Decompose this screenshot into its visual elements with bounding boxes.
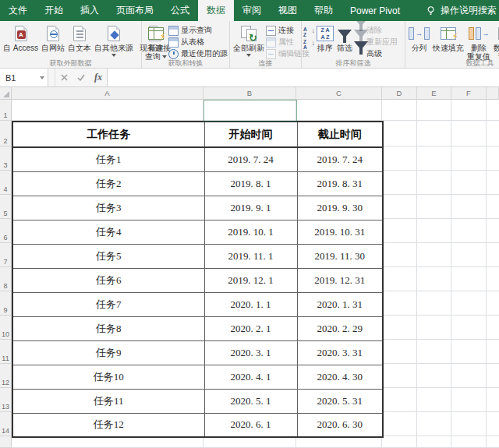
- cell[interactable]: [417, 412, 451, 436]
- column-header-d[interactable]: D: [382, 87, 417, 100]
- table-cell[interactable]: 2019. 11. 30: [297, 244, 383, 268]
- tab-page-layout[interactable]: 页面布局: [108, 0, 162, 21]
- row-header-14[interactable]: 14: [0, 412, 12, 436]
- table-cell[interactable]: 2019. 8. 31: [297, 171, 383, 196]
- cell[interactable]: [417, 171, 451, 195]
- tab-view[interactable]: 视图: [270, 0, 306, 21]
- cell[interactable]: [451, 436, 487, 448]
- filter-button[interactable]: 筛选: [335, 23, 354, 53]
- cell[interactable]: [451, 388, 487, 412]
- enter-button[interactable]: [73, 69, 90, 86]
- cell[interactable]: [487, 436, 499, 448]
- row-header-4[interactable]: 4: [0, 171, 12, 195]
- cell[interactable]: [451, 171, 487, 195]
- select-all-button[interactable]: [0, 87, 12, 100]
- header-task[interactable]: 工作任务: [12, 122, 204, 147]
- tab-data[interactable]: 数据: [198, 0, 234, 21]
- from-access-button[interactable]: A 自 Access: [2, 23, 40, 53]
- cell[interactable]: [487, 388, 499, 412]
- cell[interactable]: [417, 364, 451, 388]
- cell[interactable]: [487, 316, 499, 340]
- table-cell[interactable]: 2019. 7. 24: [204, 147, 297, 171]
- tell-me-search[interactable]: 操作说明搜索: [426, 0, 497, 21]
- table-cell[interactable]: 任务6: [12, 268, 204, 292]
- cell-b1-selected[interactable]: [203, 100, 296, 121]
- table-cell[interactable]: 任务7: [12, 292, 204, 316]
- cell[interactable]: [451, 243, 487, 267]
- from-web-button[interactable]: 自网站: [40, 23, 66, 53]
- cell[interactable]: [382, 412, 417, 436]
- recent-sources-button[interactable]: 最近使用的源: [168, 48, 228, 59]
- cell[interactable]: [382, 219, 417, 243]
- column-header-b[interactable]: B: [203, 87, 296, 100]
- cell[interactable]: [451, 195, 487, 219]
- tab-home[interactable]: 开始: [36, 0, 72, 21]
- table-cell[interactable]: 任务4: [12, 220, 204, 244]
- cell[interactable]: [203, 436, 296, 448]
- table-cell[interactable]: 2019. 7. 24: [297, 147, 383, 171]
- row-header-7[interactable]: 7: [0, 243, 12, 267]
- table-cell[interactable]: 任务11: [12, 389, 204, 413]
- cell[interactable]: [451, 121, 487, 146]
- table-cell[interactable]: 任务12: [12, 413, 204, 437]
- table-cell[interactable]: 任务2: [12, 171, 204, 196]
- remove-duplicates-button[interactable]: → 删除 重复值: [465, 23, 492, 62]
- column-header-f[interactable]: F: [451, 87, 487, 100]
- cell[interactable]: [417, 388, 451, 412]
- cell[interactable]: [382, 364, 417, 388]
- cell[interactable]: [382, 121, 417, 146]
- row-header-2[interactable]: 2: [0, 121, 12, 146]
- from-table-button[interactable]: 从表格: [168, 37, 228, 48]
- table-cell[interactable]: 2020. 6. 30: [297, 413, 383, 437]
- row-header-15[interactable]: [0, 436, 12, 448]
- cell[interactable]: [417, 267, 451, 291]
- cell[interactable]: [382, 291, 417, 316]
- row-header-1[interactable]: 1: [0, 100, 12, 121]
- cell[interactable]: [382, 100, 417, 121]
- table-cell[interactable]: 2020. 2. 29: [297, 316, 383, 340]
- tab-power-pivot[interactable]: Power Pivot: [342, 0, 409, 21]
- column-header-a[interactable]: A: [12, 87, 203, 100]
- tab-review[interactable]: 审阅: [234, 0, 270, 21]
- cell[interactable]: [451, 267, 487, 291]
- cell[interactable]: [417, 436, 451, 448]
- table-cell[interactable]: 任务5: [12, 244, 204, 268]
- table-cell[interactable]: 2020. 3. 1: [204, 340, 297, 365]
- insert-function-button[interactable]: fx: [90, 69, 107, 86]
- table-cell[interactable]: 任务9: [12, 340, 204, 365]
- advanced-filter-button[interactable]: 高级: [354, 48, 398, 59]
- column-header-c[interactable]: C: [296, 87, 382, 100]
- refresh-all-button[interactable]: ↻ 全部刷新: [232, 23, 266, 58]
- cell[interactable]: [487, 364, 499, 388]
- cell[interactable]: [12, 100, 203, 121]
- table-cell[interactable]: 任务10: [12, 365, 204, 389]
- cell[interactable]: [487, 146, 499, 171]
- table-cell[interactable]: 2020. 1. 1: [204, 292, 297, 316]
- cell[interactable]: [417, 146, 451, 171]
- cell[interactable]: [417, 291, 451, 316]
- cell[interactable]: [487, 243, 499, 267]
- flash-fill-button[interactable]: ⚡ 快速填充: [431, 23, 465, 53]
- table-cell[interactable]: 任务3: [12, 196, 204, 220]
- tab-file[interactable]: 文件: [0, 0, 36, 21]
- cell[interactable]: [382, 171, 417, 195]
- cell[interactable]: [382, 316, 417, 340]
- cell[interactable]: [382, 340, 417, 364]
- data-validation-button[interactable]: ✓ 数据验 证: [492, 23, 499, 62]
- cell[interactable]: [417, 340, 451, 364]
- table-cell[interactable]: 2019. 12. 31: [297, 268, 383, 292]
- new-query-button[interactable]: ⚡ 新建 查询: [143, 23, 168, 62]
- cell[interactable]: [487, 412, 499, 436]
- table-cell[interactable]: 2020. 3. 31: [297, 340, 383, 365]
- sort-descending-button[interactable]: ZA↓: [303, 39, 315, 51]
- name-box[interactable]: B1: [0, 69, 48, 86]
- row-header-5[interactable]: 5: [0, 195, 12, 219]
- table-cell[interactable]: 任务1: [12, 147, 204, 171]
- cell[interactable]: [417, 219, 451, 243]
- cell[interactable]: [417, 100, 451, 121]
- row-header-3[interactable]: 3: [0, 146, 12, 171]
- tab-insert[interactable]: 插入: [72, 0, 108, 21]
- cell[interactable]: [417, 243, 451, 267]
- table-cell[interactable]: 2019. 9. 1: [204, 196, 297, 220]
- table-cell[interactable]: 任务8: [12, 316, 204, 340]
